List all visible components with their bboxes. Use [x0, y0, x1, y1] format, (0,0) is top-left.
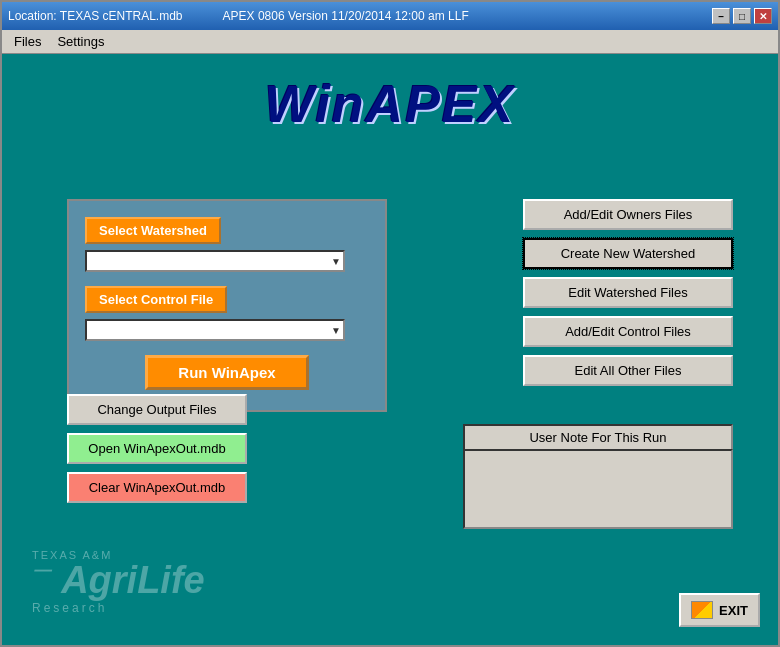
exit-icon [691, 601, 713, 619]
main-content: WinAPEX Select Watershed Select Control … [2, 54, 778, 645]
select-watershed-button[interactable]: Select Watershed [85, 217, 221, 244]
exit-label: EXIT [719, 603, 748, 618]
logo-agrilife-line: ⸻ AgriLife [32, 561, 205, 599]
title-bar: Location: TEXAS cENTRAL.mdb APEX 0806 Ve… [2, 2, 778, 30]
user-note-input[interactable] [463, 449, 733, 529]
minimize-button[interactable]: – [712, 8, 730, 24]
close-button[interactable]: ✕ [754, 8, 772, 24]
edit-watershed-files-button[interactable]: Edit Watershed Files [523, 277, 733, 308]
maximize-button[interactable]: □ [733, 8, 751, 24]
change-output-files-button[interactable]: Change Output Files [67, 394, 247, 425]
control-file-dropdown[interactable] [85, 319, 345, 341]
add-edit-owners-button[interactable]: Add/Edit Owners Files [523, 199, 733, 230]
watershed-dropdown-wrapper [85, 250, 345, 272]
title-controls: – □ ✕ [712, 8, 772, 24]
logo-research-line: Research [32, 601, 205, 615]
title-version: APEX 0806 Version 11/20/2014 12:00 am LL… [223, 9, 469, 23]
user-note-panel: User Note For This Run [463, 424, 733, 532]
run-winapex-button[interactable]: Run WinApex [145, 355, 308, 390]
control-file-dropdown-wrapper [85, 319, 345, 341]
create-new-watershed-button[interactable]: Create New Watershed [523, 238, 733, 269]
user-note-label: User Note For This Run [463, 424, 733, 449]
edit-all-other-files-button[interactable]: Edit All Other Files [523, 355, 733, 386]
watershed-dropdown[interactable] [85, 250, 345, 272]
title-bar-text: Location: TEXAS cENTRAL.mdb APEX 0806 Ve… [8, 9, 469, 23]
exit-button[interactable]: EXIT [679, 593, 760, 627]
left-panel: Select Watershed Select Control File Run… [67, 199, 387, 412]
right-panel: Add/Edit Owners Files Create New Watersh… [523, 199, 733, 386]
control-file-dropdown-row [85, 319, 369, 341]
title-location: Location: TEXAS cENTRAL.mdb [8, 9, 183, 23]
logo-area: Texas A&M ⸻ AgriLife Research [32, 549, 205, 615]
menu-settings[interactable]: Settings [49, 32, 112, 51]
bottom-left-panel: Change Output Files Open WinApexOut.mdb … [67, 394, 247, 503]
select-control-file-button[interactable]: Select Control File [85, 286, 227, 313]
add-edit-control-files-button[interactable]: Add/Edit Control Files [523, 316, 733, 347]
menu-bar: Files Settings [2, 30, 778, 54]
main-window: Location: TEXAS cENTRAL.mdb APEX 0806 Ve… [0, 0, 780, 647]
clear-winapexout-button[interactable]: Clear WinApexOut.mdb [67, 472, 247, 503]
open-winapexout-button[interactable]: Open WinApexOut.mdb [67, 433, 247, 464]
app-title: WinAPEX [2, 74, 778, 134]
menu-files[interactable]: Files [6, 32, 49, 51]
watershed-dropdown-row [85, 250, 369, 272]
